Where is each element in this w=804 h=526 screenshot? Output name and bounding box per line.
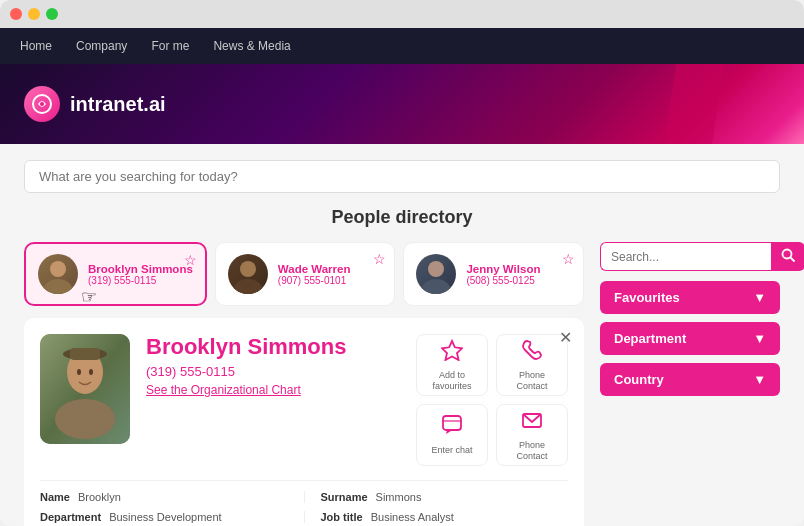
filter-search-button[interactable]: [771, 242, 804, 271]
detail-org-link[interactable]: See the Organizational Chart: [146, 383, 400, 397]
action-phone-contact[interactable]: Phone Contact: [496, 334, 568, 396]
svg-rect-11: [70, 348, 100, 360]
detail-info: Brooklyn Simmons (319) 555-0115 See the …: [146, 334, 400, 466]
cursor-icon: ☞: [81, 286, 97, 308]
nav-item-for-me[interactable]: For me: [151, 39, 189, 53]
detail-name: Brooklyn Simmons: [146, 334, 400, 360]
maximize-dot[interactable]: [46, 8, 58, 20]
chevron-down-icon-2: ▼: [753, 331, 766, 346]
logo-text: intranet.ai: [70, 93, 166, 116]
detail-row-1: Name Brooklyn Surname Simmons: [40, 491, 568, 503]
card-phone-1: (319) 555-0115: [88, 275, 193, 286]
nav-item-home[interactable]: Home: [20, 39, 52, 53]
action-email-contact-label: Phone Contact: [503, 440, 561, 462]
detail-card: ✕: [24, 318, 584, 526]
name-value: Brooklyn: [78, 491, 121, 503]
detail-phone: (319) 555-0115: [146, 364, 400, 379]
filter-favourites-label: Favourites: [614, 290, 680, 305]
action-add-favourites[interactable]: Add to favourites: [416, 334, 488, 396]
avatar-2: [228, 254, 268, 294]
svg-point-12: [55, 399, 115, 439]
card-phone-2: (907) 555-0101: [278, 275, 383, 286]
surname-label: Surname: [321, 491, 368, 503]
svg-line-20: [791, 258, 795, 262]
action-enter-chat[interactable]: Enter chat: [416, 404, 488, 466]
directory-title: People directory: [24, 207, 780, 228]
card-name-1: Brooklyn Simmons: [88, 263, 193, 275]
chat-icon: [441, 414, 463, 441]
minimize-dot[interactable]: [28, 8, 40, 20]
divider-2: [304, 511, 305, 523]
chevron-down-icon-3: ▼: [753, 372, 766, 387]
search-input-top[interactable]: [24, 160, 780, 193]
close-button[interactable]: ✕: [559, 328, 572, 347]
card-name-3: Jenny Wilson: [466, 263, 571, 275]
email-icon: [521, 409, 543, 436]
person-card-2[interactable]: Wade Warren (907) 555-0101 ☆: [215, 242, 396, 306]
close-dot[interactable]: [10, 8, 22, 20]
svg-rect-16: [443, 416, 461, 430]
chevron-down-icon-1: ▼: [753, 290, 766, 305]
nav-bar: Home Company For me News & Media: [0, 28, 804, 64]
detail-table: Name Brooklyn Surname Simmons Department…: [40, 480, 568, 523]
right-panel: Favourites ▼ Department ▼ Country ▼: [600, 242, 780, 526]
window-bar: [0, 0, 804, 28]
svg-point-2: [50, 261, 66, 277]
detail-avatar: [40, 334, 130, 444]
avatar-1: [38, 254, 78, 294]
svg-point-13: [77, 369, 81, 375]
nav-item-company[interactable]: Company: [76, 39, 127, 53]
department-label: Department: [40, 511, 101, 523]
detail-cell-job-title: Job title Business Analyst: [321, 511, 569, 523]
action-add-favourites-label: Add to favourites: [423, 370, 481, 392]
avatar-3: [416, 254, 456, 294]
star-icon-1[interactable]: ☆: [184, 252, 197, 268]
svg-point-7: [422, 279, 450, 294]
detail-top: Brooklyn Simmons (319) 555-0115 See the …: [40, 334, 568, 466]
card-info-1: Brooklyn Simmons (319) 555-0115: [88, 263, 193, 286]
filter-search-input[interactable]: [600, 242, 771, 271]
nav-item-news[interactable]: News & Media: [213, 39, 290, 53]
svg-point-4: [240, 261, 256, 277]
detail-cell-surname: Surname Simmons: [321, 491, 569, 503]
star-icon-2[interactable]: ☆: [373, 251, 386, 267]
person-card-1[interactable]: Brooklyn Simmons (319) 555-0115 ☆ ☞: [24, 242, 207, 306]
search-icon: [781, 248, 795, 262]
filter-favourites-button[interactable]: Favourites ▼: [600, 281, 780, 314]
action-phone-contact-label: Phone Contact: [503, 370, 561, 392]
svg-point-3: [44, 279, 72, 294]
header-banner: intranet.ai: [0, 64, 804, 144]
left-panel: Brooklyn Simmons (319) 555-0115 ☆ ☞: [24, 242, 584, 526]
detail-row-2: Department Business Development Job titl…: [40, 511, 568, 523]
content-layout: Brooklyn Simmons (319) 555-0115 ☆ ☞: [24, 242, 780, 526]
card-info-2: Wade Warren (907) 555-0101: [278, 263, 383, 286]
filter-country-button[interactable]: Country ▼: [600, 363, 780, 396]
detail-cell-department: Department Business Development: [40, 511, 288, 523]
detail-cell-name: Name Brooklyn: [40, 491, 288, 503]
department-value: Business Development: [109, 511, 222, 523]
cards-row: Brooklyn Simmons (319) 555-0115 ☆ ☞: [24, 242, 584, 306]
logo-area: intranet.ai: [24, 86, 166, 122]
job-title-label: Job title: [321, 511, 363, 523]
svg-point-5: [234, 279, 262, 294]
action-email-contact[interactable]: Phone Contact: [496, 404, 568, 466]
phone-icon: [521, 339, 543, 366]
detail-actions: Add to favourites Phone Contact: [416, 334, 568, 466]
svg-point-1: [40, 102, 44, 106]
svg-marker-15: [442, 341, 462, 360]
filter-department-label: Department: [614, 331, 686, 346]
job-title-value: Business Analyst: [371, 511, 454, 523]
filter-search: [600, 242, 780, 271]
person-card-3[interactable]: Jenny Wilson (508) 555-0125 ☆: [403, 242, 584, 306]
name-label: Name: [40, 491, 70, 503]
card-info-3: Jenny Wilson (508) 555-0125: [466, 263, 571, 286]
filter-department-button[interactable]: Department ▼: [600, 322, 780, 355]
action-enter-chat-label: Enter chat: [431, 445, 472, 456]
card-phone-3: (508) 555-0125: [466, 275, 571, 286]
star-favourite-icon: [441, 339, 463, 366]
star-icon-3[interactable]: ☆: [562, 251, 575, 267]
card-name-2: Wade Warren: [278, 263, 383, 275]
surname-value: Simmons: [376, 491, 422, 503]
divider-1: [304, 491, 305, 503]
main-content: People directory: [0, 144, 804, 526]
